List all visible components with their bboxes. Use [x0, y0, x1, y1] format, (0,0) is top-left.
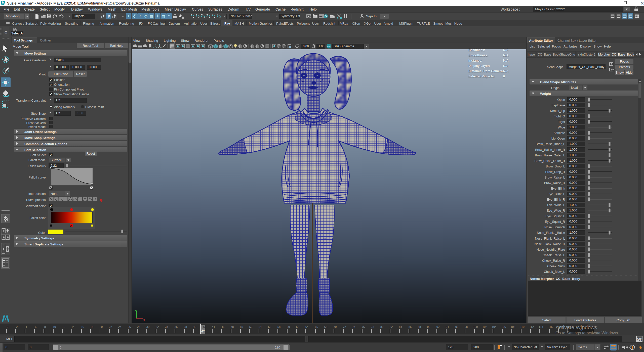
svg-text:x: x — [143, 318, 145, 321]
svg-text:y: y — [135, 308, 136, 311]
svg-text:IPR: IPR — [319, 15, 323, 18]
svg-text:{;}: {;} — [637, 338, 642, 341]
